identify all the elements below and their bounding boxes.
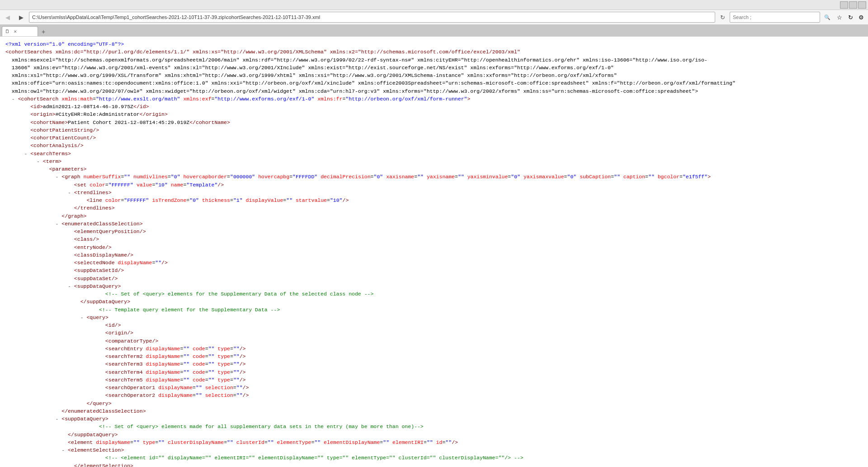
close-button[interactable] bbox=[858, 1, 866, 9]
xml-content-area: <?xml version="1.0" encoding="UTF-8"?> <… bbox=[0, 37, 868, 467]
address-bar[interactable] bbox=[29, 12, 715, 23]
favorites-button[interactable]: ☆ bbox=[835, 12, 844, 22]
new-tab-button[interactable]: + bbox=[39, 27, 48, 36]
search-input[interactable] bbox=[730, 12, 820, 23]
minimize-button[interactable] bbox=[840, 1, 848, 9]
refresh-icon-button[interactable]: ↻ bbox=[845, 12, 855, 22]
search-go-button[interactable]: 🔍 bbox=[822, 12, 833, 23]
tab-close-0[interactable]: ✕ bbox=[13, 29, 18, 34]
restore-button[interactable] bbox=[849, 1, 857, 9]
tab-0[interactable]: 🗒 ✕ bbox=[2, 26, 38, 36]
nav-bar: ◀ ▶ ↻ 🔍 ☆ ↻ ⚙ bbox=[0, 10, 868, 24]
browser-chrome: ◀ ▶ ↻ 🔍 ☆ ↻ ⚙ 🗒 ✕ + bbox=[0, 10, 868, 37]
toolbar-icons: ☆ ↻ ⚙ bbox=[835, 12, 866, 22]
tab-icon-0: 🗒 bbox=[5, 29, 9, 34]
forward-button[interactable]: ▶ bbox=[15, 12, 27, 23]
tabs-bar: 🗒 ✕ + bbox=[0, 24, 868, 36]
back-button[interactable]: ◀ bbox=[2, 12, 14, 23]
title-bar bbox=[0, 0, 868, 10]
window-controls bbox=[840, 1, 866, 9]
tools-button[interactable]: ⚙ bbox=[856, 12, 866, 22]
refresh-button[interactable]: ↻ bbox=[717, 12, 728, 23]
